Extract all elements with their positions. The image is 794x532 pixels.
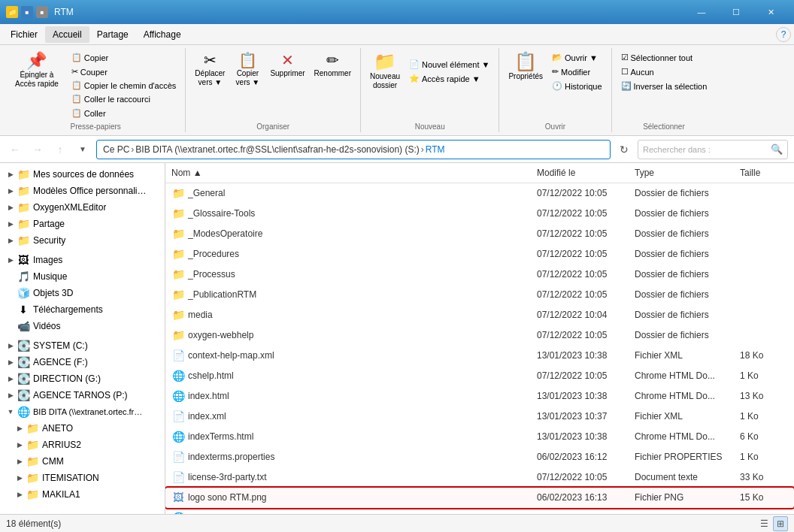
sidebar-item-itemisation[interactable]: ▶ 📁 ITEMISATION bbox=[0, 470, 154, 486]
table-row[interactable]: 📄 index.xml 13/01/2023 10:37 Fichier XML… bbox=[165, 407, 794, 427]
file-name: index.xml bbox=[188, 411, 226, 422]
aucun-button[interactable]: ☐ Aucun bbox=[618, 65, 711, 78]
new-folder-icon: 📁 bbox=[374, 53, 396, 71]
supprimer-button[interactable]: ✕ Supprimer bbox=[267, 51, 308, 80]
refresh-button[interactable]: ↻ bbox=[615, 141, 633, 159]
table-row[interactable]: 📄 indexterms.properties 06/02/2023 16:12… bbox=[165, 447, 794, 467]
file-name-cell: 🖼 logo sono RTM.png bbox=[165, 489, 531, 506]
maximize-button[interactable]: ☐ bbox=[719, 0, 753, 24]
help-button[interactable]: ? bbox=[776, 27, 791, 42]
table-row[interactable]: 📄 license-3rd-party.txt 07/12/2022 10:05… bbox=[165, 467, 794, 488]
file-name-cell: 📁 _Glossaire-Tools bbox=[165, 205, 531, 222]
up-button[interactable]: ↑ bbox=[51, 141, 69, 159]
table-row[interactable]: 📁 _Glossaire-Tools 07/12/2022 10:05 Doss… bbox=[165, 204, 794, 224]
file-date: 07/12/2022 10:05 bbox=[537, 269, 607, 280]
sidebar: ▶ 📁 Mes sources de données ▶ 📁 Modèles O… bbox=[0, 163, 165, 514]
file-name-cell: 🌐 cshelp.html bbox=[165, 367, 531, 384]
sidebar-item-system-c[interactable]: ▶ 💽 SYSTEM (C:) bbox=[0, 337, 154, 354]
sidebar-label: ITEMISATION bbox=[42, 473, 99, 483]
table-row[interactable]: 🌐 index.html 13/01/2023 10:38 Chrome HTM… bbox=[165, 386, 794, 407]
menu-fichier[interactable]: Fichier bbox=[3, 26, 45, 43]
sidebar-item-musique[interactable]: 🎵 Musique bbox=[0, 268, 154, 285]
file-icon-folder: 📁 bbox=[171, 328, 185, 342]
menu-affichage[interactable]: Affichage bbox=[136, 26, 189, 43]
acces-rapide-button[interactable]: ⭐ Accès rapide ▼ bbox=[406, 72, 492, 85]
coller-button[interactable]: 📋 Coller bbox=[68, 107, 180, 119]
recent-locations-button[interactable]: ▼ bbox=[74, 141, 92, 159]
sidebar-item-mes-sources[interactable]: ▶ 📁 Mes sources de données bbox=[0, 166, 154, 183]
nouveau-dossier-button[interactable]: 📁 Nouveaudossier bbox=[367, 51, 403, 92]
sidebar-item-agence-tarnos[interactable]: ▶ 💽 AGENCE TARNOS (P:) bbox=[0, 387, 154, 404]
forward-button[interactable]: → bbox=[29, 141, 47, 159]
couper-button[interactable]: ✂ Couper bbox=[68, 65, 180, 78]
file-name-cell: 📁 _Procedures bbox=[165, 246, 531, 262]
file-icon-folder: 📁 bbox=[171, 207, 185, 220]
address-path[interactable]: Ce PC › BIB DITA (\\extranet.ortec.fr@SS… bbox=[96, 140, 611, 159]
coller-raccourci-button[interactable]: 📋 Coller le raccourci bbox=[68, 92, 180, 105]
deplacer-button[interactable]: ✂ Déplacervers ▼ bbox=[192, 51, 228, 89]
table-row[interactable]: 🖼 logo sono RTM.png 06/02/2023 16:13 Fic… bbox=[165, 488, 794, 508]
sidebar-item-images[interactable]: ▶ 🖼 Images bbox=[0, 252, 154, 268]
sidebar-item-makila1[interactable]: ▶ 📁 MAKILA1 bbox=[0, 486, 154, 503]
sidebar-item-arrius2[interactable]: ▶ 📁 ARRIUS2 bbox=[0, 437, 154, 453]
sidebar-label: Images bbox=[33, 255, 62, 265]
copier-vers-button[interactable]: 📋 Copiervers ▼ bbox=[231, 51, 264, 89]
sidebar-item-cmm[interactable]: ▶ 📁 CMM bbox=[0, 453, 154, 470]
table-row[interactable]: 📁 _PublicationRTM 07/12/2022 10:05 Dossi… bbox=[165, 285, 794, 305]
table-row[interactable]: 📁 _ModesOperatoire 07/12/2022 10:05 Doss… bbox=[165, 224, 794, 244]
menu-accueil[interactable]: Accueil bbox=[45, 26, 89, 43]
file-date-cell: 07/12/2022 10:05 bbox=[531, 186, 629, 200]
file-icon-html: 🌐 bbox=[171, 369, 185, 382]
sidebar-item-modeles[interactable]: ▶ 📁 Modèles Office personnalisés bbox=[0, 183, 154, 199]
sidebar-item-oxygen[interactable]: ▶ 📁 OxygenXMLEditor bbox=[0, 199, 154, 216]
table-row[interactable]: 🌐 search.html 13/01/2023 10:38 Chrome HT… bbox=[165, 508, 794, 514]
sidebar-item-agence-f[interactable]: ▶ 💽 AGENCE (F:) bbox=[0, 354, 154, 370]
sidebar-item-aneto[interactable]: ▶ 📁 ANETO bbox=[0, 420, 154, 437]
nouvel-element-button[interactable]: 📄 Nouvel élément ▼ bbox=[406, 58, 492, 71]
col-header-type[interactable]: Type bbox=[629, 166, 734, 180]
copier-button[interactable]: 📋 Copier bbox=[68, 51, 180, 64]
file-type-cell: Chrome HTML Do... bbox=[629, 430, 734, 443]
table-row[interactable]: 📁 _General 07/12/2022 10:05 Dossier de f… bbox=[165, 183, 794, 204]
sidebar-item-telechargements[interactable]: ⬇ Téléchargements bbox=[0, 301, 154, 318]
table-row[interactable]: 📁 media 07/12/2022 10:04 Dossier de fich… bbox=[165, 305, 794, 325]
ouvrir-dropdown-button[interactable]: 📂 Ouvrir ▼ bbox=[549, 51, 605, 64]
table-row[interactable]: 📁 _Procedures 07/12/2022 10:05 Dossier d… bbox=[165, 244, 794, 264]
search-input[interactable] bbox=[711, 145, 771, 154]
close-button[interactable]: ✕ bbox=[753, 0, 788, 24]
sidebar-item-videos[interactable]: 📹 Vidéos bbox=[0, 318, 154, 334]
expand-icon: ▶ bbox=[15, 490, 24, 499]
table-row[interactable]: 📄 context-help-map.xml 13/01/2023 10:38 … bbox=[165, 346, 794, 366]
copier-chemin-button[interactable]: 📋 Copier le chemin d'accès bbox=[68, 79, 180, 92]
sidebar-item-bibdita[interactable]: ▼ 🌐 BIB DITA (\\extranet.ortec.fr@SSL\cl… bbox=[0, 404, 154, 420]
historique-button[interactable]: 🕐 Historique bbox=[549, 80, 605, 92]
sidebar-item-direction-g[interactable]: ▶ 💽 DIRECTION (G:) bbox=[0, 370, 154, 387]
expand-icon: ▶ bbox=[6, 358, 15, 367]
file-date-cell: 07/12/2022 10:05 bbox=[531, 288, 629, 301]
table-row[interactable]: 🌐 cshelp.html 07/12/2022 10:05 Chrome HT… bbox=[165, 366, 794, 386]
large-icons-view-button[interactable]: ⊞ bbox=[773, 516, 788, 531]
renommer-button[interactable]: ✏ Renommer bbox=[311, 51, 354, 80]
file-name: indexTerms.html bbox=[188, 431, 253, 442]
inverser-selection-button[interactable]: 🔄 Inverser la sélection bbox=[618, 80, 711, 92]
file-name: _Processus bbox=[188, 269, 235, 280]
back-button[interactable]: ← bbox=[6, 141, 24, 159]
col-header-date[interactable]: Modifié le bbox=[531, 166, 629, 180]
sidebar-item-security[interactable]: ▶ 📁 Security bbox=[0, 232, 154, 249]
search-icon[interactable]: 🔍 bbox=[771, 144, 783, 155]
modifier-button[interactable]: ✏ Modifier bbox=[549, 65, 605, 78]
proprietes-button[interactable]: 📋 Propriétés bbox=[505, 51, 546, 83]
table-row[interactable]: 📁 oxygen-webhelp 07/12/2022 10:05 Dossie… bbox=[165, 325, 794, 346]
col-header-name[interactable]: Nom ▲ bbox=[165, 166, 531, 180]
sidebar-item-partage[interactable]: ▶ 📁 Partage bbox=[0, 216, 154, 232]
menu-partage[interactable]: Partage bbox=[89, 26, 136, 43]
sidebar-item-objets3d[interactable]: 🧊 Objets 3D bbox=[0, 285, 154, 301]
selectionner-tout-button[interactable]: ☑ Sélectionner tout bbox=[618, 51, 711, 64]
details-view-button[interactable]: ☰ bbox=[756, 516, 771, 531]
minimize-button[interactable]: — bbox=[684, 0, 719, 24]
col-header-size[interactable]: Taille bbox=[734, 166, 794, 180]
table-row[interactable]: 📁 _Processus 07/12/2022 10:05 Dossier de… bbox=[165, 264, 794, 285]
table-row[interactable]: 🌐 indexTerms.html 13/01/2023 10:38 Chrom… bbox=[165, 427, 794, 447]
epingler-button[interactable]: 📌 Épingler àAccès rapide bbox=[12, 51, 62, 90]
file-size-cell bbox=[734, 252, 794, 255]
